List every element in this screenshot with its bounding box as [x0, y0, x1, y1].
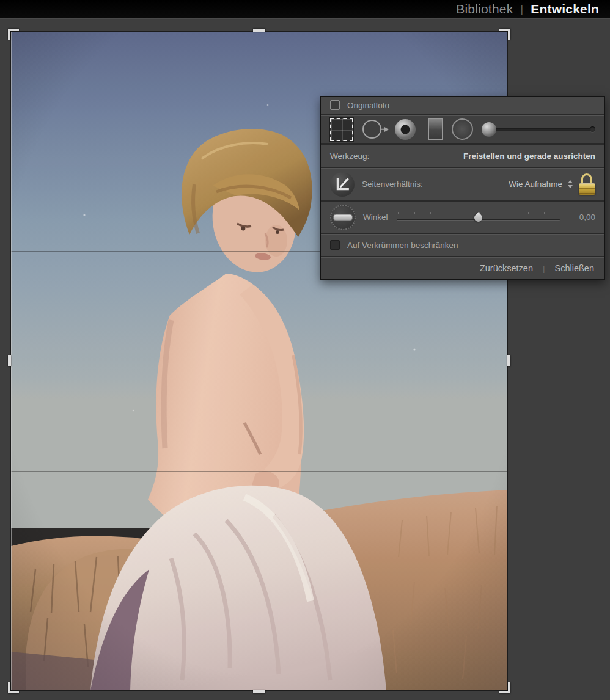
werkzeug-label: Werkzeug: — [330, 151, 369, 161]
module-tab-bibliothek[interactable]: Bibliothek — [456, 2, 513, 16]
angle-label: Winkel — [363, 213, 388, 222]
crop-handle-bottom[interactable] — [253, 690, 265, 693]
graduated-filter-tool-button[interactable] — [428, 118, 443, 140]
angle-row: Winkel 0,00 — [321, 200, 604, 233]
angle-value[interactable]: 0,00 — [570, 213, 595, 222]
crop-handle-bottom-right[interactable] — [499, 682, 510, 693]
panel-footer: Zurücksetzen | Schließen — [321, 256, 604, 279]
lock-body-icon — [579, 183, 595, 195]
crop-handle-right[interactable] — [507, 355, 510, 366]
lightroom-develop-window: { "module_bar": { "separator": "|", "ite… — [0, 0, 610, 700]
aspect-ratio-row: Seitenverhältnis: Wie Aufnahme — [321, 167, 604, 200]
constrain-warp-checkbox[interactable] — [330, 240, 340, 250]
module-tab-separator: | — [520, 2, 523, 16]
footer-divider: | — [543, 264, 545, 273]
close-button[interactable]: Schließen — [554, 261, 595, 275]
crop-frame-icon — [330, 172, 355, 197]
dropdown-arrows-icon[interactable] — [568, 180, 573, 188]
crop-handle-top-right[interactable] — [499, 29, 510, 40]
adjustment-brush-tool-button[interactable] — [482, 122, 496, 137]
angle-slider[interactable] — [397, 211, 560, 224]
crop-handle-top-left[interactable] — [8, 29, 19, 40]
aspect-ratio-dropdown[interactable]: Wie Aufnahme — [509, 180, 562, 189]
radial-filter-tool-button[interactable] — [452, 118, 473, 140]
crop-tool-panel: Originalfoto Werkzeug: Freistellen und g… — [320, 96, 605, 280]
module-picker-bar: Bibliothek | Entwickeln — [0, 0, 610, 19]
crop-handle-bottom-left[interactable] — [8, 682, 19, 693]
level-icon — [330, 205, 356, 230]
reset-button[interactable]: Zurücksetzen — [479, 261, 534, 275]
aspect-lock-button[interactable] — [579, 173, 595, 195]
toolstrip — [321, 114, 604, 143]
crop-handle-top[interactable] — [253, 29, 265, 32]
crop-tool-button[interactable] — [330, 118, 353, 141]
red-eye-tool-button[interactable] — [395, 119, 416, 140]
aspect-ratio-label: Seitenverhältnis: — [362, 180, 423, 189]
original-photo-checkbox[interactable] — [330, 100, 340, 110]
original-photo-row: Originalfoto — [321, 97, 604, 114]
toolstrip-slider[interactable] — [493, 128, 594, 131]
crop-handle-left[interactable] — [8, 355, 11, 366]
spot-removal-tool-button[interactable] — [362, 120, 381, 139]
constrain-warp-label: Auf Verkrümmen beschränken — [347, 241, 458, 250]
module-tab-entwickeln[interactable]: Entwickeln — [531, 2, 599, 16]
level-bubble-icon — [333, 214, 353, 221]
constrain-warp-row: Auf Verkrümmen beschränken — [321, 233, 604, 256]
werkzeug-value: Freistellen und gerade ausrichten — [463, 151, 595, 161]
werkzeug-row: Werkzeug: Freistellen und gerade ausrich… — [321, 143, 604, 167]
original-photo-label: Originalfoto — [347, 101, 389, 110]
